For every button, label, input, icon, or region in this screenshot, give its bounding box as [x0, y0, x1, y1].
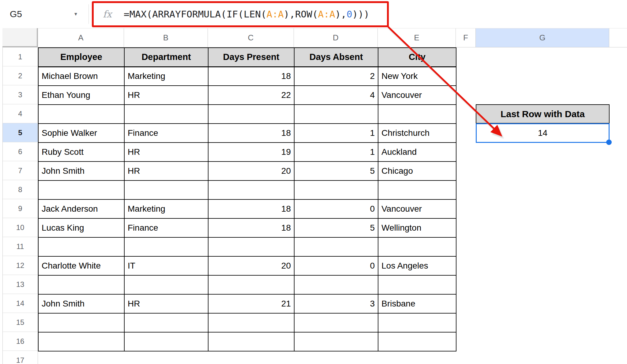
name-box[interactable]: G5 ▼ — [0, 0, 88, 28]
table-cell[interactable]: HR — [124, 162, 208, 180]
table-cell[interactable]: Vancouver — [378, 86, 456, 105]
table-cell[interactable] — [294, 275, 378, 294]
table-cell[interactable] — [378, 275, 456, 294]
row-header-14[interactable]: 14 — [3, 294, 38, 313]
table-cell[interactable] — [38, 275, 124, 294]
table-cell[interactable]: 18 — [208, 199, 294, 218]
selected-cell-g5[interactable]: 14 — [476, 123, 610, 143]
table-cell[interactable]: Los Angeles — [378, 256, 456, 275]
table-cell[interactable]: HR — [124, 86, 208, 105]
result-header-cell[interactable]: Last Row with Data — [476, 104, 610, 124]
table-cell[interactable]: 1 — [294, 124, 378, 143]
row-header-4[interactable]: 4 — [3, 104, 38, 123]
column-header-A[interactable]: A — [38, 28, 124, 47]
table-cell[interactable] — [208, 332, 294, 351]
table-cell[interactable]: John Smith — [38, 162, 124, 180]
row-header-1[interactable]: 1 — [3, 47, 38, 66]
table-cell[interactable]: Christchurch — [378, 124, 456, 143]
table-cell[interactable]: 0 — [294, 256, 378, 275]
table-cell[interactable]: Marketing — [124, 199, 208, 218]
table-cell[interactable]: Finance — [124, 124, 208, 143]
table-cell[interactable]: 1 — [294, 143, 378, 162]
table-cell[interactable] — [38, 313, 124, 332]
table-cell[interactable]: Marketing — [124, 67, 208, 86]
table-cell[interactable]: Vancouver — [378, 199, 456, 218]
row-header-7[interactable]: 7 — [3, 161, 38, 180]
table-cell[interactable]: HR — [124, 294, 208, 313]
table-header-cell[interactable]: Days Absent — [294, 48, 378, 67]
table-cell[interactable]: 20 — [208, 256, 294, 275]
table-cell[interactable]: 0 — [294, 199, 378, 218]
table-cell[interactable] — [294, 313, 378, 332]
table-cell[interactable]: Auckland — [378, 143, 456, 162]
table-cell[interactable] — [124, 180, 208, 199]
row-header-17[interactable]: 17 — [3, 351, 38, 364]
table-cell[interactable] — [38, 180, 124, 199]
table-header-cell[interactable]: Employee — [38, 48, 124, 67]
row-header-13[interactable]: 13 — [3, 275, 38, 294]
table-cell[interactable] — [378, 180, 456, 199]
table-cell[interactable]: 18 — [208, 218, 294, 237]
table-cell[interactable]: 4 — [294, 86, 378, 105]
table-cell[interactable]: 19 — [208, 143, 294, 162]
table-cell[interactable] — [124, 237, 208, 256]
table-cell[interactable] — [38, 105, 124, 124]
column-header-B[interactable]: B — [124, 28, 208, 47]
column-header-G[interactable]: G — [476, 28, 609, 47]
chevron-down-icon[interactable]: ▼ — [73, 0, 78, 28]
row-header-3[interactable]: 3 — [3, 85, 38, 104]
row-header-9[interactable]: 9 — [3, 199, 38, 218]
table-cell[interactable] — [124, 105, 208, 124]
table-cell[interactable] — [378, 313, 456, 332]
table-header-cell[interactable]: Days Present — [208, 48, 294, 67]
table-cell[interactable]: John Smith — [38, 294, 124, 313]
table-cell[interactable]: Michael Brown — [38, 67, 124, 86]
table-cell[interactable]: Finance — [124, 218, 208, 237]
table-cell[interactable] — [378, 237, 456, 256]
column-header-E[interactable]: E — [378, 28, 456, 47]
table-cell[interactable] — [294, 237, 378, 256]
table-cell[interactable]: 2 — [294, 67, 378, 86]
table-header-cell[interactable]: Department — [124, 48, 208, 67]
table-cell[interactable]: 20 — [208, 162, 294, 180]
row-header-10[interactable]: 10 — [3, 218, 38, 237]
table-cell[interactable]: Jack Anderson — [38, 199, 124, 218]
table-cell[interactable]: Wellington — [378, 218, 456, 237]
table-cell[interactable]: 21 — [208, 294, 294, 313]
table-cell[interactable]: Charlotte White — [38, 256, 124, 275]
table-cell[interactable]: Lucas King — [38, 218, 124, 237]
row-header-5[interactable]: 5 — [3, 123, 38, 142]
table-cell[interactable]: 5 — [294, 218, 378, 237]
row-header-2[interactable]: 2 — [3, 66, 38, 85]
table-cell[interactable] — [378, 332, 456, 351]
table-cell[interactable] — [124, 313, 208, 332]
row-header-15[interactable]: 15 — [3, 313, 38, 332]
table-cell[interactable] — [208, 237, 294, 256]
row-header-16[interactable]: 16 — [3, 332, 38, 351]
table-cell[interactable] — [208, 313, 294, 332]
row-header-8[interactable]: 8 — [3, 180, 38, 199]
table-cell[interactable]: New York — [378, 67, 456, 86]
table-cell[interactable] — [208, 275, 294, 294]
table-cell[interactable]: 3 — [294, 294, 378, 313]
table-cell[interactable]: IT — [124, 256, 208, 275]
column-header-C[interactable]: C — [208, 28, 294, 47]
table-cell[interactable] — [38, 332, 124, 351]
table-cell[interactable] — [124, 275, 208, 294]
table-cell[interactable]: HR — [124, 143, 208, 162]
table-cell[interactable]: Chicago — [378, 162, 456, 180]
table-cell[interactable]: Brisbane — [378, 294, 456, 313]
row-header-6[interactable]: 6 — [3, 142, 38, 161]
column-header-D[interactable]: D — [294, 28, 378, 47]
table-cell[interactable]: 22 — [208, 86, 294, 105]
column-header-F[interactable]: F — [456, 28, 476, 47]
table-cell[interactable] — [294, 180, 378, 199]
formula-input[interactable]: =MAX(ARRAYFORMULA(IF(LEN(A:A),ROW(A:A),0… — [124, 3, 370, 25]
table-cell[interactable]: Ethan Young — [38, 86, 124, 105]
table-cell[interactable]: 5 — [294, 162, 378, 180]
table-header-cell[interactable]: City — [378, 48, 456, 67]
row-header-12[interactable]: 12 — [3, 256, 38, 275]
table-cell[interactable] — [294, 332, 378, 351]
table-cell[interactable]: Ruby Scott — [38, 143, 124, 162]
table-cell[interactable]: 18 — [208, 67, 294, 86]
